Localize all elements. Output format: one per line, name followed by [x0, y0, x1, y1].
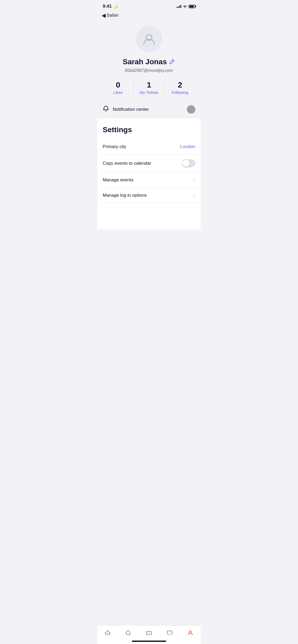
wifi-icon [183, 5, 187, 8]
settings-row-calendar[interactable]: Copy events to calendar [97, 154, 201, 172]
status-time: 9:41 [103, 4, 112, 9]
profile-name: Sarah Jonas [123, 58, 167, 66]
settings-primary-city-value: London [180, 144, 195, 149]
tab-bar-spacer [97, 203, 201, 229]
moon-icon: 🌙 [113, 4, 118, 8]
settings-row-primary-city[interactable]: Primary city London [97, 139, 201, 154]
profile-section: Sarah Jonas 85bd2967@moodjoy.com 0 Likes… [97, 21, 201, 101]
status-bar: 9:41 🌙 [97, 0, 201, 11]
settings-row-manage-events[interactable]: Manage events › [97, 172, 201, 188]
bell-icon [103, 105, 109, 113]
avatar [136, 26, 162, 52]
back-button[interactable]: ◀ Safari [102, 12, 196, 19]
battery-icon [189, 5, 195, 8]
notification-toggle-indicator [187, 105, 195, 114]
nav-back[interactable]: ◀ Safari [97, 11, 201, 21]
stats-row: 0 Likes 1 My Tickets 2 Following [103, 80, 195, 95]
settings-title: Settings [97, 118, 201, 139]
stat-following-label: Following [171, 90, 188, 95]
calendar-toggle[interactable] [182, 159, 195, 167]
settings-section: Settings Primary city London Copy events… [97, 118, 201, 229]
stat-likes-label: Likes [113, 90, 123, 95]
chevron-right-icon: › [194, 177, 195, 183]
back-arrow-icon: ◀ [102, 12, 106, 19]
stat-following-number: 2 [178, 80, 182, 89]
status-icons [177, 5, 195, 8]
toggle-thumb [182, 160, 189, 167]
notification-label: Notification center [113, 107, 149, 112]
signal-icon [177, 5, 181, 8]
stat-likes-number: 0 [116, 80, 120, 89]
stat-following[interactable]: 2 Following [165, 80, 195, 95]
avatar-icon [142, 32, 156, 46]
settings-calendar-label: Copy events to calendar [103, 161, 151, 166]
stat-tickets[interactable]: 1 My Tickets [134, 80, 164, 95]
edit-icon[interactable] [169, 58, 175, 66]
settings-manage-events-label: Manage events [103, 177, 133, 183]
stat-likes[interactable]: 0 Likes [103, 80, 133, 95]
settings-primary-city-label: Primary city [103, 144, 126, 149]
settings-row-login-options[interactable]: Manage log in options › [97, 188, 201, 203]
chevron-right-icon-2: › [194, 192, 195, 198]
stat-tickets-number: 1 [147, 80, 151, 89]
notification-center-row[interactable]: Notification center [97, 101, 201, 118]
stat-tickets-label: My Tickets [140, 90, 159, 95]
profile-name-row: Sarah Jonas [123, 58, 175, 66]
profile-email: 85bd2967@moodjoy.com [125, 68, 173, 73]
back-label: Safari [107, 13, 118, 18]
settings-login-options-label: Manage log in options [103, 193, 147, 198]
